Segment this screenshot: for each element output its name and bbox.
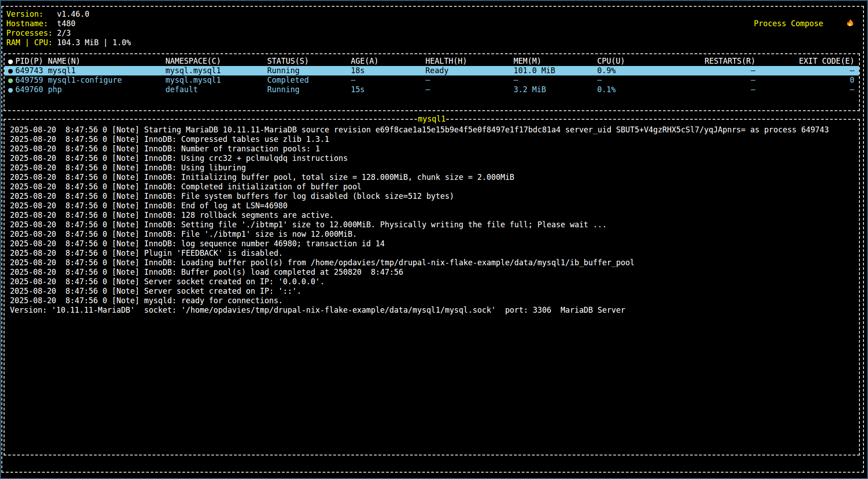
log-line: 2025-08-20 8:47:56 0 [Note] Server socke… [10, 286, 856, 296]
info-label: RAM | CPU: [6, 38, 52, 47]
info-value: t480 [52, 19, 131, 28]
info-label: Hostname: [6, 19, 52, 28]
process-row[interactable]: ● 649760 php default Running 15s – 3.2 M… [5, 85, 859, 94]
log-line: 2025-08-20 8:47:56 0 [Note] InnoDB: End … [10, 201, 856, 211]
info-field: Version: v1.46.0 [6, 9, 131, 19]
log-line: 2025-08-20 8:47:56 0 [Note] InnoDB: Init… [10, 173, 856, 182]
column-header-exit-code[interactable]: EXIT CODE(E) [755, 56, 854, 66]
info-field: Processes: 2/3 [6, 28, 131, 38]
log-line: 2025-08-20 8:47:56 0 [Note] Starting Mar… [10, 125, 856, 135]
cell-name: mysql1-configure [48, 75, 165, 85]
cell-namespace: mysql.mysql1 [165, 66, 267, 75]
log-panel[interactable]: mysql1 2025-08-20 8:47:56 0 [Note] Start… [4, 119, 860, 456]
fire-icon [827, 9, 854, 38]
log-line: 2025-08-20 8:47:56 0 [Note] InnoDB: log … [10, 239, 856, 249]
cell-pid: 649759 [15, 75, 48, 85]
cell-name: php [48, 85, 165, 94]
cell-exit-code: 0 [755, 75, 854, 85]
cell-status: Completed [267, 75, 351, 85]
cell-restarts: – [670, 66, 755, 75]
cell-cpu: – [597, 75, 670, 85]
cell-exit-code: – [755, 66, 854, 75]
process-row[interactable]: ● 649759 mysql1-configure mysql.mysql1 C… [5, 75, 859, 85]
log-line: 2025-08-20 8:47:56 0 [Note] InnoDB: 128 … [10, 211, 856, 220]
process-row[interactable]: ● 649743 mysql1 mysql.mysql1 Running 18s… [5, 66, 859, 75]
process-rows: ● 649743 mysql1 mysql.mysql1 Running 18s… [5, 66, 859, 94]
log-line: 2025-08-20 8:47:56 0 [Note] InnoDB: File… [10, 192, 856, 201]
cell-status: Running [267, 85, 351, 94]
app-title-text: Process Compose [754, 19, 824, 28]
cell-health: – [425, 75, 514, 85]
log-line: 2025-08-20 8:47:56 0 [Note] InnoDB: Buff… [10, 268, 856, 277]
column-header-pid[interactable]: PID(P) [15, 56, 48, 66]
column-header-health[interactable]: HEALTH(H) [425, 56, 514, 66]
cell-restarts: – [670, 85, 755, 94]
status-dot-icon: ● [8, 56, 15, 66]
log-line: 2025-08-20 8:47:56 0 [Note] InnoDB: Usin… [10, 154, 856, 163]
log-line: 2025-08-20 8:47:56 0 [Note] InnoDB: Comp… [10, 135, 856, 144]
column-header-restarts[interactable]: RESTARTS(R) [670, 56, 755, 66]
cell-age: 18s [351, 66, 425, 75]
cell-namespace: mysql.mysql1 [165, 75, 267, 85]
log-line: Version: '10.11.11-MariaDB' socket: '/ho… [10, 305, 856, 315]
log-line: 2025-08-20 8:47:56 0 [Note] InnoDB: Load… [10, 258, 856, 268]
cell-status: Running [267, 66, 351, 75]
info-label: Version: [6, 9, 52, 19]
log-line: 2025-08-20 8:47:56 0 [Note] InnoDB: Usin… [10, 163, 856, 173]
cell-restarts: – [670, 75, 755, 85]
cell-pid: 649743 [15, 66, 48, 75]
cell-health: – [425, 85, 514, 94]
system-info-panel: Version: v1.46.0 Hostname: t480 Processe… [6, 9, 131, 47]
info-value: 2/3 [52, 28, 131, 38]
cell-exit-code: – [755, 85, 854, 94]
cell-age: 15s [351, 85, 425, 94]
cell-name: mysql1 [48, 66, 165, 75]
cell-pid: 649760 [15, 85, 48, 94]
cell-cpu: 0.9% [597, 66, 670, 75]
status-dot-icon: ● [8, 85, 15, 94]
column-header-namespace[interactable]: NAMESPACE(C) [165, 56, 267, 66]
log-line: 2025-08-20 8:47:56 0 [Note] Plugin 'FEED… [10, 249, 856, 258]
column-header-name[interactable]: NAME(N) [48, 56, 165, 66]
column-header-status[interactable]: STATUS(S) [267, 56, 351, 66]
info-value: 104.3 MiB | 1.0% [52, 38, 131, 47]
log-line: 2025-08-20 8:47:56 0 [Note] InnoDB: Comp… [10, 182, 856, 192]
process-table-panel: ● PID(P) NAME(N) NAMESPACE(C) STATUS(S) … [4, 53, 860, 111]
cell-mem: 3.2 MiB [514, 85, 597, 94]
cell-age: – [351, 75, 425, 85]
info-label: Processes: [6, 28, 52, 38]
column-header-cpu[interactable]: CPU(U) [597, 56, 670, 66]
cell-health: Ready [425, 66, 514, 75]
cell-cpu: 0.1% [597, 85, 670, 94]
column-header-mem[interactable]: MEM(M) [514, 56, 597, 66]
cell-namespace: default [165, 85, 267, 94]
log-line: 2025-08-20 8:47:56 0 [Note] InnoDB: File… [10, 230, 856, 239]
log-line: 2025-08-20 8:47:56 0 [Note] InnoDB: Numb… [10, 144, 856, 154]
info-field: RAM | CPU: 104.3 MiB | 1.0% [6, 38, 131, 47]
shortcut-bar: F1 Shortcuts LOGS: F4 Maximize F5 Unfoll… [5, 458, 72, 468]
cell-mem: 101.0 MiB [514, 66, 597, 75]
app-title: Process Compose [754, 9, 854, 38]
info-field: Hostname: t480 [6, 19, 131, 28]
cell-mem: – [514, 75, 597, 85]
log-lines: 2025-08-20 8:47:56 0 [Note] Starting Mar… [10, 125, 856, 315]
column-header-age[interactable]: AGE(A) [351, 56, 425, 66]
log-line: 2025-08-20 8:47:56 0 [Note] Server socke… [10, 277, 856, 286]
log-line: 2025-08-20 8:47:56 0 [Note] InnoDB: Sett… [10, 220, 856, 230]
table-header-row: ● PID(P) NAME(N) NAMESPACE(C) STATUS(S) … [5, 56, 859, 66]
status-dot-icon: ● [8, 66, 15, 75]
info-value: v1.46.0 [52, 9, 131, 19]
log-line: 2025-08-20 8:47:56 0 [Note] mysqld: read… [10, 296, 856, 305]
status-dot-icon: ● [8, 75, 15, 85]
log-panel-title: mysql1 [417, 114, 446, 124]
